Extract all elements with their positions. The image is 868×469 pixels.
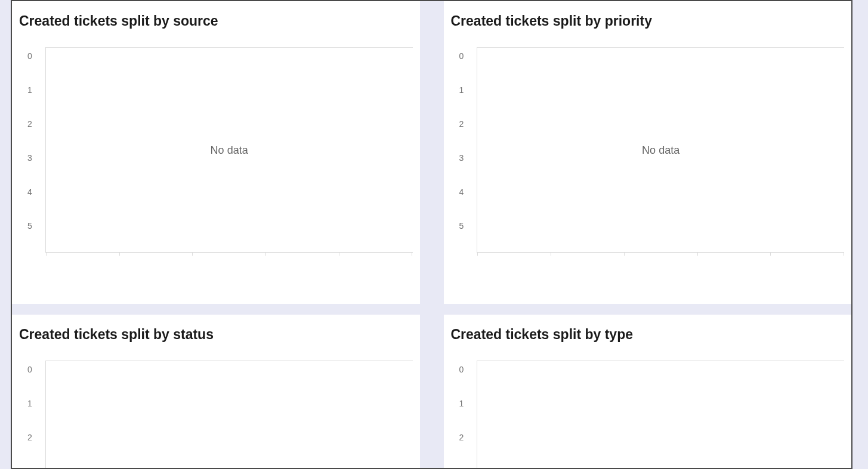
panel-title-type: Created tickets split by type bbox=[451, 327, 845, 343]
x-axis-ticks bbox=[46, 252, 413, 256]
panel-status: Created tickets split by status 0 1 2 bbox=[12, 315, 420, 468]
x-tick bbox=[770, 252, 771, 256]
panel-title-priority: Created tickets split by priority bbox=[451, 13, 845, 29]
no-data-label: No data bbox=[211, 144, 248, 156]
panel-priority: Created tickets split by priority 0 1 2 … bbox=[444, 1, 852, 304]
x-tick bbox=[624, 252, 625, 256]
plot-region-type bbox=[477, 361, 844, 468]
y-tick: 0 bbox=[459, 365, 464, 374]
y-tick: 0 bbox=[27, 365, 32, 374]
y-tick: 1 bbox=[459, 399, 464, 408]
y-axis-source: 0 1 2 3 4 5 bbox=[19, 52, 45, 297]
y-tick: 1 bbox=[459, 86, 464, 95]
dashboard-container: Created tickets split by source 0 1 2 3 … bbox=[11, 0, 852, 469]
y-tick: 3 bbox=[27, 154, 32, 163]
y-tick: 4 bbox=[459, 188, 464, 197]
chart-area-type: 0 1 2 bbox=[451, 365, 845, 468]
y-axis-type: 0 1 2 bbox=[451, 365, 477, 468]
y-axis-status: 0 1 2 bbox=[19, 365, 45, 468]
x-tick bbox=[119, 252, 120, 256]
y-tick: 4 bbox=[27, 188, 32, 197]
x-tick bbox=[844, 252, 844, 256]
x-tick bbox=[412, 252, 412, 256]
x-tick bbox=[192, 252, 193, 256]
y-tick: 0 bbox=[27, 52, 32, 61]
y-tick: 3 bbox=[459, 154, 464, 163]
y-tick: 1 bbox=[27, 86, 32, 95]
y-tick: 0 bbox=[459, 52, 464, 61]
chart-area-status: 0 1 2 bbox=[19, 365, 413, 468]
x-tick bbox=[477, 252, 478, 256]
y-axis-priority: 0 1 2 3 4 5 bbox=[451, 52, 477, 297]
y-tick: 1 bbox=[27, 399, 32, 408]
x-tick bbox=[551, 252, 551, 256]
y-tick: 2 bbox=[459, 120, 464, 129]
y-tick: 2 bbox=[27, 433, 32, 442]
y-tick: 5 bbox=[459, 222, 464, 231]
chart-area-source: 0 1 2 3 4 5 No data bbox=[19, 52, 413, 297]
chart-area-priority: 0 1 2 3 4 5 No data bbox=[451, 52, 845, 297]
dashboard-grid: Created tickets split by source 0 1 2 3 … bbox=[12, 1, 851, 468]
panel-title-status: Created tickets split by status bbox=[19, 327, 413, 343]
y-tick: 5 bbox=[27, 222, 32, 231]
plot-region-source: No data bbox=[45, 47, 413, 253]
panel-title-source: Created tickets split by source bbox=[19, 13, 413, 29]
x-tick bbox=[697, 252, 698, 256]
plot-region-status bbox=[45, 361, 413, 468]
y-tick: 2 bbox=[459, 433, 464, 442]
y-tick: 2 bbox=[27, 120, 32, 129]
panel-source: Created tickets split by source 0 1 2 3 … bbox=[12, 1, 420, 304]
panel-type: Created tickets split by type 0 1 2 bbox=[444, 315, 852, 468]
x-axis-ticks bbox=[477, 252, 844, 256]
x-tick bbox=[46, 252, 47, 256]
no-data-label: No data bbox=[642, 144, 679, 156]
plot-region-priority: No data bbox=[477, 47, 844, 253]
x-tick bbox=[339, 252, 339, 256]
x-tick bbox=[265, 252, 266, 256]
